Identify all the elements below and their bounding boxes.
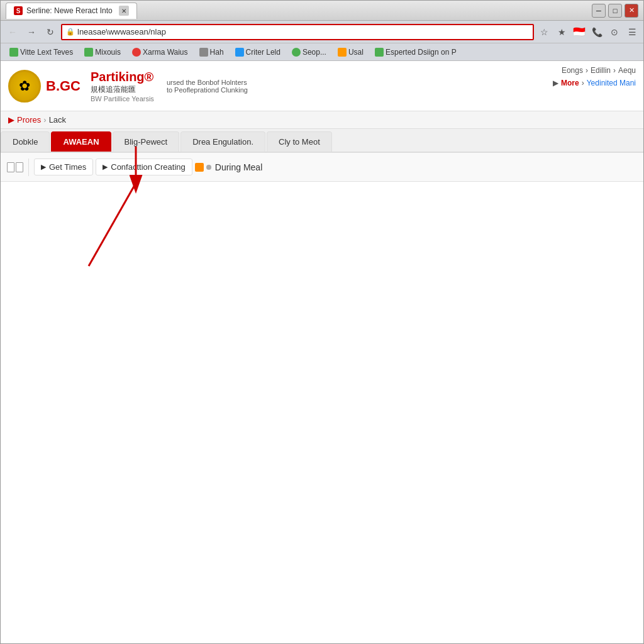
- get-times-play-icon: ▶: [41, 163, 46, 171]
- prores-arrow-icon: ▶: [8, 115, 14, 125]
- toolbar-container: ▶ Get Times ▶ Confacttion Creating Durin…: [1, 153, 643, 182]
- confaction-label: Confacttion Creating: [111, 162, 186, 172]
- bookmark-xarma-label: Xarma Waius: [143, 48, 188, 57]
- tabs-bar: Dobkle AWAEAN Blig-Pewect Drea Engulatio…: [1, 129, 643, 153]
- bookmark-xarma[interactable]: Xarma Waius: [127, 46, 193, 58]
- prores-bar: ▶ Prores › Lack: [1, 111, 643, 129]
- tab-cly-to-meot[interactable]: Cly to Meot: [267, 131, 332, 152]
- bookmark-usal[interactable]: Usal: [333, 46, 369, 58]
- menu-icon[interactable]: ☰: [625, 25, 640, 40]
- bookmarks-bar: Vitte Lext Teves Mixouis Xarma Waius Hah…: [1, 43, 643, 61]
- bookmark-esperted-favicon: [375, 48, 384, 57]
- bookmark-mixouis[interactable]: Mixouis: [79, 46, 126, 58]
- address-bar-wrap: 🔒: [61, 24, 534, 40]
- maximize-button[interactable]: □: [608, 4, 622, 18]
- title-bar: Serline: Newe Reract Into ✕ ─ □ ✕: [1, 1, 643, 21]
- toolbar: ▶ Get Times ▶ Confacttion Creating Durin…: [1, 153, 643, 182]
- toolbar-separator-1: [28, 158, 29, 176]
- tab-favicon: [14, 6, 23, 15]
- logo-text: B.GC: [46, 78, 80, 94]
- minimize-button[interactable]: ─: [592, 4, 606, 18]
- prores-sep: ›: [43, 115, 46, 125]
- address-input[interactable]: [77, 27, 529, 36]
- breadcrumb-bottom: ▶ More › Yedinited Mani: [553, 79, 636, 87]
- doc-icon[interactable]: [7, 162, 23, 172]
- bookmark-usal-label: Usal: [348, 48, 364, 57]
- logo-circle: ✿: [8, 70, 41, 103]
- tab-drea-engulation[interactable]: Drea Engulation.: [180, 131, 265, 152]
- phone-icon[interactable]: 📞: [589, 25, 604, 40]
- brand-subtitle: BW Partillice Yearsis: [91, 95, 154, 103]
- bookmark-hah[interactable]: Hah: [194, 46, 229, 58]
- flag-icon: 🇮🇩: [572, 25, 587, 40]
- bookmark-esperted-label: Esperted Dsiign on P: [386, 48, 457, 57]
- reload-button[interactable]: ↻: [42, 24, 58, 40]
- tab-close-button[interactable]: ✕: [119, 6, 129, 16]
- settings-circle-icon[interactable]: ⊙: [607, 25, 622, 40]
- tab-blig-pewect[interactable]: Blig-Pewect: [113, 131, 180, 152]
- tab-awaean[interactable]: AWAEAN: [51, 131, 111, 152]
- orange-square-icon: [195, 163, 204, 172]
- bc-sep1: ›: [586, 66, 588, 75]
- toolbar-dot: [206, 165, 211, 170]
- bookmark-mixouis-favicon: [84, 48, 93, 57]
- bc-arrow: ▶: [553, 79, 558, 87]
- tab-title: Serline: Newe Reract Into: [26, 6, 113, 15]
- get-times-button[interactable]: ▶ Get Times: [34, 158, 93, 175]
- brand-tagline1: ursed the Bonbof Holnters: [167, 79, 248, 86]
- brand-area: Partiking® 規模追蒞能匯 BW Partillice Yearsis: [91, 66, 154, 106]
- bookmark-seop-favicon: [292, 48, 301, 57]
- page-header: ✿ B.GC Partiking® 規模追蒞能匯 BW Partillice Y…: [1, 61, 643, 111]
- bc-more-link[interactable]: More: [561, 79, 579, 87]
- prores-sub: Lack: [49, 115, 66, 125]
- bookmark-hah-label: Hah: [210, 48, 224, 57]
- tab-dobkle[interactable]: Dobkle: [1, 131, 50, 152]
- bookmark-vitte-favicon: [9, 48, 18, 57]
- lock-icon: 🔒: [66, 28, 75, 36]
- bc-sep2: ›: [613, 66, 616, 75]
- during-meal-label: During Meal: [215, 162, 262, 172]
- bookmark-xarma-favicon: [132, 48, 141, 57]
- brand-tagline2: to Peofleprationd Clunking: [167, 86, 248, 94]
- star-icon[interactable]: ★: [554, 25, 569, 40]
- bookmark-esperted[interactable]: Esperted Dsiign on P: [370, 46, 462, 58]
- bc-part2: Edillin: [591, 66, 611, 75]
- bookmark-mixouis-label: Mixouis: [95, 48, 121, 57]
- bookmark-criter[interactable]: Criter Leld: [230, 46, 286, 58]
- bookmark-seop-label: Seop...: [303, 48, 326, 57]
- brand-chinese: 規模追蒞能匯: [91, 84, 154, 95]
- bc-more-sep: ›: [582, 79, 584, 87]
- bookmark-usal-favicon: [338, 48, 347, 57]
- confaction-creating-button[interactable]: ▶ Confacttion Creating: [96, 158, 192, 175]
- get-times-label: Get Times: [49, 162, 86, 172]
- bookmark-criter-label: Criter Leld: [246, 48, 280, 57]
- back-button[interactable]: ←: [4, 24, 21, 40]
- window-controls: ─ □ ✕: [592, 4, 638, 18]
- bc-part3: Aequ: [618, 66, 636, 75]
- doc-page-2: [16, 162, 23, 172]
- browser-window: Serline: Newe Reract Into ✕ ─ □ ✕ ← → ↻ …: [0, 0, 644, 644]
- active-tab[interactable]: Serline: Newe Reract Into ✕: [6, 3, 137, 19]
- main-content: [1, 182, 643, 643]
- confaction-play-icon: ▶: [103, 163, 108, 171]
- brand-name: Partiking®: [91, 70, 154, 84]
- bc-part1: Eongs: [562, 66, 583, 75]
- nav-right: ☆ ★ 🇮🇩 📞 ⊙ ☰: [536, 25, 640, 40]
- browser-content: ✿ B.GC Partiking® 規模追蒞能匯 BW Partillice Y…: [1, 61, 643, 643]
- close-button[interactable]: ✕: [625, 4, 638, 18]
- prores-link[interactable]: Prores: [17, 115, 41, 125]
- nav-bar: ← → ↻ 🔒 ☆ ★ 🇮🇩 📞 ⊙ ☰: [1, 21, 643, 43]
- title-bar-left: Serline: Newe Reract Into ✕: [6, 3, 592, 19]
- bc-last-link[interactable]: Yedinited Mani: [587, 79, 636, 87]
- brand-taglines: ursed the Bonbof Holnters to Peofleprati…: [167, 66, 248, 106]
- bookmark-vitte[interactable]: Vitte Lext Teves: [4, 46, 78, 58]
- bookmark-seop[interactable]: Seop...: [287, 46, 331, 58]
- logo-circle-inner: ✿: [19, 78, 30, 94]
- forward-button[interactable]: →: [23, 24, 40, 40]
- bookmark-hah-favicon: [199, 48, 208, 57]
- bookmark-icon[interactable]: ☆: [536, 25, 552, 40]
- breadcrumb-top: Eongs › Edillin › Aequ: [562, 66, 636, 75]
- logo-area: ✿ B.GC: [8, 66, 80, 106]
- doc-page-1: [7, 162, 14, 172]
- bookmark-vitte-label: Vitte Lext Teves: [20, 48, 73, 57]
